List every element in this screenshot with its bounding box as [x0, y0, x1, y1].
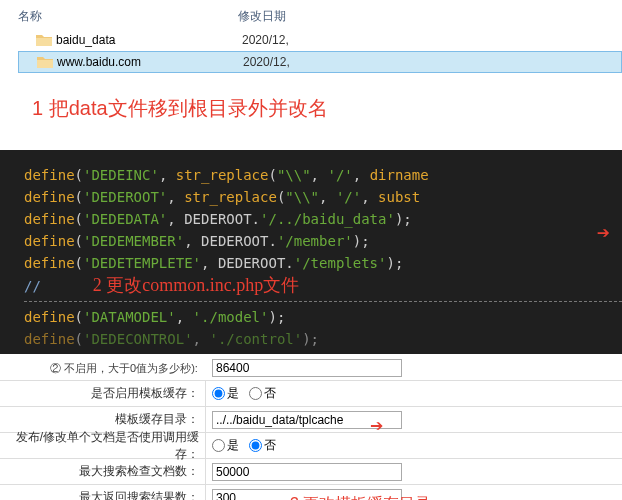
code-editor: define('DEDEINC', str_replace("\\", '/',…: [0, 150, 622, 354]
settings-form: ② 不启用，大于0值为多少秒): 是否启用模板缓存： 是 否 模板缓存目录： 发…: [0, 354, 622, 500]
field-label: 最大搜索检查文档数：: [0, 459, 206, 484]
annotation-1: 1 把data文件移到根目录外并改名: [32, 95, 622, 122]
note-text: ② 不启用，大于0值为多少秒):: [0, 359, 206, 378]
folder-icon: [37, 54, 53, 70]
radio-yes[interactable]: 是: [212, 385, 239, 402]
annotation-3: 3 更改模板缓存目录: [290, 494, 431, 500]
file-name: baidu_data: [56, 33, 242, 47]
file-date: 2020/12,: [242, 33, 289, 47]
timeout-input[interactable]: [212, 359, 402, 377]
field-label: 发布/修改单个文档是否使用调用缓存：: [0, 433, 206, 458]
file-explorer: 名称 修改日期 baidu_data 2020/12, www.baidu.co…: [0, 0, 622, 150]
radio-no[interactable]: 否: [249, 437, 276, 454]
folder-icon: [36, 32, 52, 48]
annotation-2: 2 更改common.inc.php文件: [93, 275, 299, 295]
arrow-icon: ➔: [597, 222, 610, 244]
file-row[interactable]: www.baidu.com 2020/12,: [18, 51, 622, 73]
file-name: www.baidu.com: [57, 55, 243, 69]
col-name-header[interactable]: 名称: [18, 8, 238, 25]
file-row[interactable]: baidu_data 2020/12,: [18, 29, 622, 51]
file-list-header: 名称 修改日期: [18, 4, 622, 29]
file-date: 2020/12,: [243, 55, 290, 69]
col-date-header[interactable]: 修改日期: [238, 8, 286, 25]
max-docs-input[interactable]: [212, 463, 402, 481]
radio-no[interactable]: 否: [249, 385, 276, 402]
arrow-icon: ➔: [370, 416, 383, 435]
field-label: 是否启用模板缓存：: [0, 381, 206, 406]
field-label: 最大返回搜索结果数：: [0, 485, 206, 500]
radio-yes[interactable]: 是: [212, 437, 239, 454]
